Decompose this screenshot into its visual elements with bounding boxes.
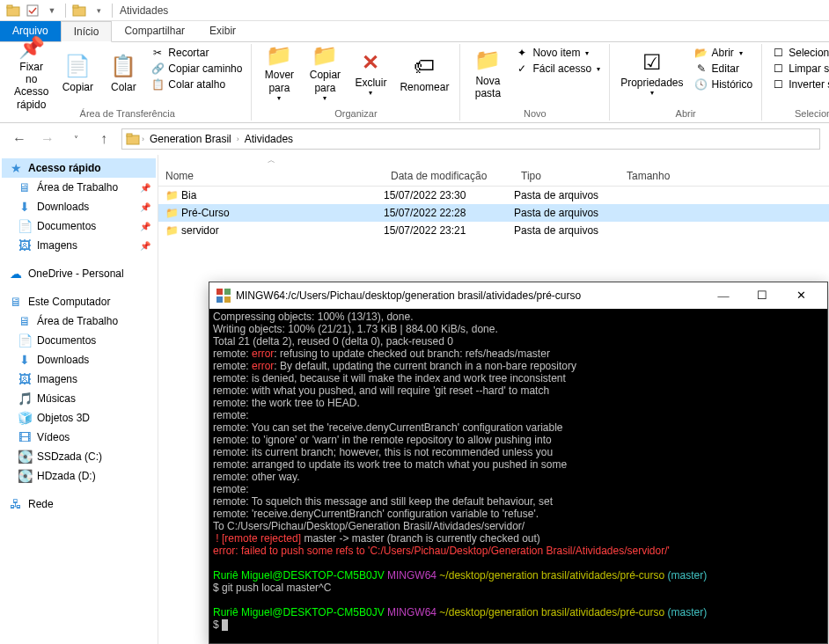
nav-desktop2[interactable]: 🖥Área de Trabalho [2, 311, 156, 331]
selectall-icon: ☐ [771, 47, 785, 59]
table-row[interactable]: 📁 Pré-Curso 15/07/2022 22:28 Pasta de ar… [158, 204, 829, 222]
new-item-button[interactable]: ✦Novo item▾ [511, 46, 604, 60]
nav-downloads2[interactable]: ⬇Downloads [2, 350, 156, 370]
cut-button[interactable]: ✂Recortar [147, 46, 246, 60]
up-button[interactable]: ↑ [93, 128, 114, 150]
cursor [222, 619, 228, 631]
col-date[interactable]: Data de modificação [384, 170, 514, 182]
edit-icon: ✎ [694, 62, 708, 75]
invert-selection-button[interactable]: ☐Inverter seleção [767, 77, 829, 91]
download-icon: ⬇ [18, 353, 32, 367]
qat-properties-button[interactable] [23, 1, 42, 20]
nav-downloads[interactable]: ⬇Downloads📌 [2, 197, 156, 216]
nav-this-pc[interactable]: 🖥Este Computador [2, 292, 156, 311]
back-button[interactable]: ← [9, 128, 30, 150]
new-folder-button[interactable]: 📁Nova pasta [466, 44, 510, 102]
pin-icon: 📌 [18, 35, 45, 61]
maximize-button[interactable]: ☐ [743, 282, 781, 309]
video-icon: 🎞 [18, 430, 32, 444]
history-icon: 🕓 [694, 78, 708, 91]
nav-desktop[interactable]: 🖥Área de Trabalho📌 [2, 178, 156, 197]
desktop-icon: 🖥 [18, 314, 32, 328]
chevron-down-icon[interactable]: ▼ [42, 1, 62, 20]
properties-button[interactable]: ☑Propriedades▾ [615, 44, 688, 102]
svg-rect-6 [127, 134, 132, 136]
folder-icon: 📁 [164, 189, 180, 201]
nav-3d-objects[interactable]: 🧊Objetos 3D [2, 408, 156, 428]
nav-network[interactable]: 🖧Rede [2, 494, 156, 514]
path-icon: 🔗 [150, 62, 165, 75]
forward-button[interactable]: → [37, 128, 58, 150]
recent-dropdown[interactable]: ˅ [65, 128, 86, 150]
tab-share[interactable]: Compartilhar [112, 21, 197, 41]
history-button[interactable]: 🕓Histórico [691, 77, 757, 91]
copy-path-button[interactable]: 🔗Copiar caminho [147, 62, 246, 76]
desktop-icon: 🖥 [18, 180, 32, 194]
minimize-button[interactable]: — [704, 282, 743, 309]
terminal-title: MINGW64:/c/Users/Pichau/desktop/generati… [236, 289, 704, 302]
pc-icon: 🖥 [9, 295, 23, 309]
separator [112, 4, 113, 18]
quick-access-toolbar: ▼ ▾ Atividades [0, 0, 829, 21]
svg-rect-9 [216, 296, 223, 303]
table-row[interactable]: 📁 Bia 15/07/2022 23:30 Pasta de arquivos [158, 187, 829, 204]
folder-icon: 📁 [164, 207, 180, 219]
nav-images2[interactable]: 🖼Imagens [2, 370, 156, 389]
open-button[interactable]: 📂Abrir▾ [691, 46, 757, 60]
table-row[interactable]: 📁 servidor 15/07/2022 23:21 Pasta de arq… [158, 222, 829, 239]
pin-icon: 📌 [140, 222, 150, 231]
copy-button[interactable]: 📄Copiar [55, 44, 99, 102]
nav-ssd-c[interactable]: 💽SSDzada (C:) [2, 447, 156, 466]
close-button[interactable]: ✕ [781, 282, 820, 309]
open-icon: 📂 [694, 47, 708, 59]
rename-button[interactable]: 🏷Renomear [394, 44, 454, 102]
moveto-icon: 📁 [266, 43, 292, 69]
col-size[interactable]: Tamanho [620, 170, 699, 182]
chevron-right-icon[interactable]: › [237, 135, 239, 143]
nav-onedrive[interactable]: ☁OneDrive - Personal [2, 264, 156, 283]
delete-button[interactable]: ✕Excluir▾ [348, 44, 392, 102]
star-icon: ★ [9, 161, 23, 175]
crumb-atividades[interactable]: Atividades [241, 133, 297, 145]
paste-button[interactable]: 📋Colar [101, 44, 145, 102]
ribbon-tabs: Arquivo Início Compartilhar Exibir [0, 21, 829, 42]
delete-icon: ✕ [362, 48, 379, 77]
nav-documents2[interactable]: 📄Documentos [2, 331, 156, 350]
nav-hd-d[interactable]: 💽HDzada (D:) [2, 466, 156, 486]
edit-button[interactable]: ✎Editar [691, 62, 757, 76]
ribbon: 📌Fixar no Acesso rápido 📄Copiar 📋Colar ✂… [0, 42, 829, 123]
nav-images[interactable]: 🖼Imagens📌 [2, 236, 156, 255]
scissors-icon: ✂ [150, 47, 165, 59]
copyto-icon: 📁 [312, 43, 338, 69]
col-name[interactable]: Nome [158, 170, 384, 182]
terminal-output[interactable]: Compressing objects: 100% (13/13), done.… [209, 309, 827, 633]
select-none-button[interactable]: ☐Limpar seleção [767, 62, 829, 76]
mingw-icon [216, 289, 231, 303]
nav-videos[interactable]: 🎞Vídeos [2, 428, 156, 447]
breadcrumb[interactable]: › Generation Brasil › Atividades [121, 128, 820, 150]
rename-icon: 🏷 [414, 53, 435, 81]
nav-documents[interactable]: 📄Documentos📌 [2, 216, 156, 236]
folder-icon: 📁 [164, 224, 180, 237]
col-type[interactable]: Tipo [514, 170, 620, 182]
crumb-generation[interactable]: Generation Brasil [146, 133, 235, 145]
paste-shortcut-button[interactable]: 📋Colar atalho [147, 77, 246, 91]
folder-icon [70, 1, 89, 20]
tab-view[interactable]: Exibir [197, 21, 248, 41]
chevron-down-icon[interactable]: ▾ [89, 1, 108, 20]
nav-music[interactable]: 🎵Músicas [2, 389, 156, 408]
image-icon: 🖼 [18, 238, 32, 252]
select-all-button[interactable]: ☐Selecionar tudo [767, 46, 829, 60]
nav-quick-access[interactable]: ★Acesso rápido [2, 158, 156, 178]
pin-button[interactable]: 📌Fixar no Acesso rápido [9, 44, 54, 102]
group-label: Abrir [615, 106, 756, 121]
easy-access-button[interactable]: ✓Fácil acesso▾ [511, 62, 604, 76]
tab-home[interactable]: Início [61, 21, 113, 42]
copy-to-button[interactable]: 📁Copiar para▾ [303, 44, 347, 102]
terminal-titlebar[interactable]: MINGW64:/c/Users/Pichau/desktop/generati… [209, 282, 827, 309]
move-to-button[interactable]: 📁Mover para▾ [257, 44, 301, 102]
download-icon: ⬇ [18, 200, 32, 214]
copy-icon: 📄 [64, 53, 91, 81]
invert-icon: ☐ [771, 78, 785, 91]
chevron-right-icon[interactable]: › [142, 135, 144, 143]
